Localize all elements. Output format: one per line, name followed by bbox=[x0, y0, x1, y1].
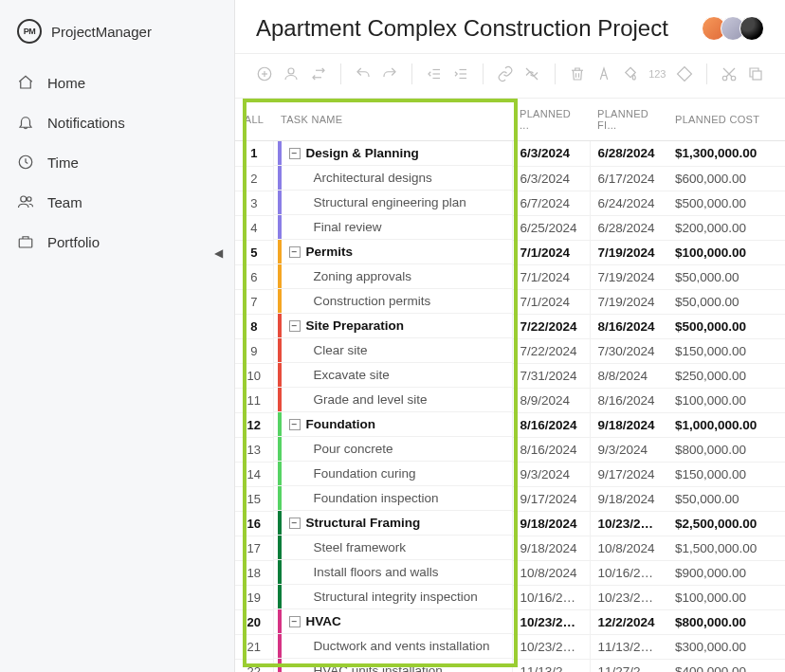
swap-icon[interactable] bbox=[309, 64, 326, 84]
task-name-cell[interactable]: Steel framework bbox=[274, 536, 512, 560]
task-row[interactable]: 12 −Foundation 8/16/2024 9/18/2024 $1,00… bbox=[235, 412, 785, 437]
planned-start[interactable]: 9/3/2024 bbox=[512, 462, 590, 486]
task-name-cell[interactable]: HVAC units installation bbox=[274, 659, 512, 672]
nav-item-portfolio[interactable]: Portfolio bbox=[0, 222, 234, 262]
planned-cost[interactable]: $100,000.00 bbox=[667, 585, 785, 609]
task-name-cell[interactable]: Install floors and walls bbox=[274, 560, 512, 585]
planned-start[interactable]: 7/1/2024 bbox=[512, 264, 590, 289]
planned-start[interactable]: 6/25/2024 bbox=[512, 215, 590, 240]
collapse-icon[interactable]: − bbox=[289, 148, 301, 159]
task-row[interactable]: 5 −Permits 7/1/2024 7/19/2024 $100,000.0… bbox=[235, 240, 785, 264]
planned-finish[interactable]: 12/2/2024 bbox=[590, 609, 667, 634]
task-row[interactable]: 18 Install floors and walls 10/8/2024 10… bbox=[235, 560, 785, 585]
planned-finish[interactable]: 10/8/2024 bbox=[590, 536, 667, 560]
task-name-cell[interactable]: Final review bbox=[274, 215, 512, 240]
planned-cost[interactable]: $50,000.00 bbox=[667, 289, 785, 314]
task-row[interactable]: 8 −Site Preparation 7/22/2024 8/16/2024 … bbox=[235, 314, 785, 338]
planned-start[interactable]: 7/1/2024 bbox=[512, 240, 590, 264]
planned-cost[interactable]: $1,500,000.00 bbox=[667, 536, 785, 560]
task-name-cell[interactable]: Construction permits bbox=[274, 289, 512, 314]
task-name-cell[interactable]: Structural integrity inspection bbox=[274, 585, 512, 609]
planned-finish[interactable]: 10/23/2024 bbox=[590, 585, 667, 609]
sidebar-collapse-icon[interactable]: ◀ bbox=[214, 246, 223, 260]
task-row[interactable]: 15 Foundation inspection 9/17/2024 9/18/… bbox=[235, 486, 785, 511]
planned-cost[interactable]: $1,000,000.00 bbox=[667, 412, 785, 437]
task-name-cell[interactable]: Pour concrete bbox=[274, 437, 512, 462]
planned-finish[interactable]: 6/28/2024 bbox=[590, 215, 667, 240]
task-name-cell[interactable]: −HVAC bbox=[274, 609, 512, 634]
planned-finish[interactable]: 6/17/2024 bbox=[590, 166, 667, 191]
planned-start[interactable]: 11/13/2024 bbox=[512, 659, 590, 672]
col-finish[interactable]: PLANNED FI... bbox=[590, 99, 667, 141]
task-row[interactable]: 14 Foundation curing 9/3/2024 9/17/2024 … bbox=[235, 462, 785, 486]
planned-start[interactable]: 8/16/2024 bbox=[512, 412, 590, 437]
planned-start[interactable]: 10/23/2024 bbox=[512, 634, 590, 659]
collapse-icon[interactable]: − bbox=[289, 419, 301, 430]
planned-cost[interactable]: $800,000.00 bbox=[667, 437, 785, 462]
planned-finish[interactable]: 7/30/2024 bbox=[590, 338, 667, 363]
fill-color-icon[interactable] bbox=[622, 64, 639, 84]
task-row[interactable]: 20 −HVAC 10/23/2024 12/2/2024 $800,000.0… bbox=[235, 609, 785, 634]
add-icon[interactable] bbox=[256, 64, 273, 84]
planned-cost[interactable]: $50,000.00 bbox=[667, 486, 785, 511]
planned-start[interactable]: 7/22/2024 bbox=[512, 338, 590, 363]
planned-cost[interactable]: $200,000.00 bbox=[667, 215, 785, 240]
nav-item-home[interactable]: Home bbox=[0, 63, 234, 102]
redo-icon[interactable] bbox=[381, 64, 398, 84]
task-row[interactable]: 11 Grade and level site 8/9/2024 8/16/20… bbox=[235, 388, 785, 412]
shape-icon[interactable] bbox=[675, 64, 692, 84]
planned-start[interactable]: 10/23/2024 bbox=[512, 609, 590, 634]
task-row[interactable]: 3 Structural engineering plan 6/7/2024 6… bbox=[235, 191, 785, 215]
task-name-cell[interactable]: −Design & Planning bbox=[274, 141, 512, 166]
task-name-cell[interactable]: Grade and level site bbox=[274, 388, 512, 412]
planned-cost[interactable]: $2,500,000.00 bbox=[667, 511, 785, 536]
task-name-cell[interactable]: Structural engineering plan bbox=[274, 191, 512, 215]
nav-item-time[interactable]: Time bbox=[0, 142, 234, 182]
planned-finish[interactable]: 7/19/2024 bbox=[590, 240, 667, 264]
cut-icon[interactable] bbox=[721, 64, 738, 84]
planned-cost[interactable]: $500,000.00 bbox=[667, 314, 785, 338]
planned-finish[interactable]: 9/18/2024 bbox=[590, 412, 667, 437]
task-row[interactable]: 7 Construction permits 7/1/2024 7/19/202… bbox=[235, 289, 785, 314]
link-icon[interactable] bbox=[497, 64, 514, 84]
task-name-cell[interactable]: −Site Preparation bbox=[274, 314, 512, 338]
planned-start[interactable]: 9/18/2024 bbox=[512, 536, 590, 560]
task-name-cell[interactable]: −Permits bbox=[274, 240, 512, 264]
task-row[interactable]: 9 Clear site 7/22/2024 7/30/2024 $150,00… bbox=[235, 338, 785, 363]
undo-icon[interactable] bbox=[355, 64, 372, 84]
planned-cost[interactable]: $150,000.00 bbox=[667, 462, 785, 486]
task-name-cell[interactable]: Excavate site bbox=[274, 363, 512, 388]
number-format-icon[interactable]: 123 bbox=[648, 64, 666, 84]
planned-finish[interactable]: 7/19/2024 bbox=[590, 264, 667, 289]
planned-finish[interactable]: 8/8/2024 bbox=[590, 363, 667, 388]
task-row[interactable]: 13 Pour concrete 8/16/2024 9/3/2024 $800… bbox=[235, 437, 785, 462]
unlink-icon[interactable] bbox=[523, 64, 540, 84]
planned-cost[interactable]: $800,000.00 bbox=[667, 609, 785, 634]
task-row[interactable]: 4 Final review 6/25/2024 6/28/2024 $200,… bbox=[235, 215, 785, 240]
task-row[interactable]: 2 Architectural designs 6/3/2024 6/17/20… bbox=[235, 166, 785, 191]
planned-finish[interactable]: 8/16/2024 bbox=[590, 388, 667, 412]
planned-start[interactable]: 9/17/2024 bbox=[512, 486, 590, 511]
collapse-icon[interactable]: − bbox=[289, 518, 301, 529]
planned-finish[interactable]: 10/16/2024 bbox=[590, 560, 667, 585]
planned-cost[interactable]: $50,000.00 bbox=[667, 264, 785, 289]
task-row[interactable]: 6 Zoning approvals 7/1/2024 7/19/2024 $5… bbox=[235, 264, 785, 289]
indent-icon[interactable] bbox=[452, 64, 469, 84]
planned-start[interactable]: 10/16/2024 bbox=[512, 585, 590, 609]
planned-start[interactable]: 7/22/2024 bbox=[512, 314, 590, 338]
planned-start[interactable]: 6/3/2024 bbox=[512, 166, 590, 191]
col-start[interactable]: PLANNED ... bbox=[512, 99, 590, 141]
planned-start[interactable]: 6/7/2024 bbox=[512, 191, 590, 215]
planned-cost[interactable]: $500,000.00 bbox=[667, 191, 785, 215]
col-cost[interactable]: PLANNED COST bbox=[667, 99, 785, 141]
planned-cost[interactable]: $150,000.00 bbox=[667, 338, 785, 363]
task-name-cell[interactable]: Foundation curing bbox=[274, 462, 512, 486]
planned-cost[interactable]: $100,000.00 bbox=[667, 388, 785, 412]
text-color-icon[interactable] bbox=[595, 64, 612, 84]
nav-item-team[interactable]: Team bbox=[0, 182, 234, 222]
brand[interactable]: PM ProjectManager bbox=[0, 11, 234, 63]
avatar[interactable] bbox=[739, 16, 764, 41]
planned-start[interactable]: 7/1/2024 bbox=[512, 289, 590, 314]
col-rownum[interactable]: ALL bbox=[235, 99, 273, 141]
planned-finish[interactable]: 6/24/2024 bbox=[590, 191, 667, 215]
